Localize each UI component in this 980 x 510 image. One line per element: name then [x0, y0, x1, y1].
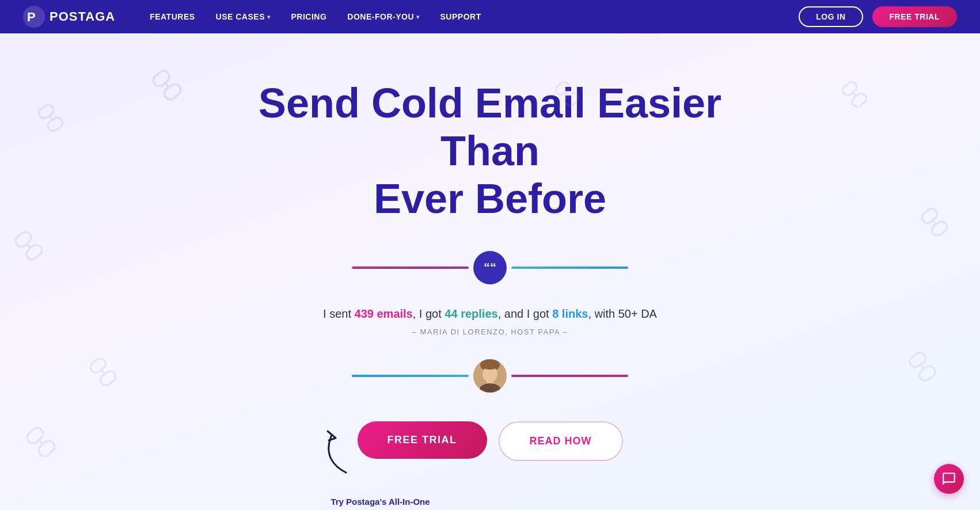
chain-link-decoration: [903, 347, 941, 387]
navigation: P POSTAGA FEATURES USE CASES ▾ PRICING D…: [0, 0, 980, 33]
links-highlight: 8 links: [552, 307, 588, 320]
chain-link-decoration: [9, 226, 48, 266]
chain-link-decoration: [20, 421, 61, 463]
quote-line-right: [511, 267, 628, 269]
svg-line-19: [853, 93, 856, 97]
svg-rect-6: [46, 116, 64, 133]
svg-line-7: [49, 116, 52, 120]
logo[interactable]: P POSTAGA: [23, 6, 115, 28]
svg-rect-26: [907, 351, 928, 370]
testimonial-author: – MARIA DI LORENZO, HOST PAPA –: [412, 328, 568, 336]
chevron-down-icon: ▾: [267, 14, 271, 20]
chain-link-decoration: [33, 100, 68, 137]
svg-line-10: [27, 243, 31, 248]
svg-rect-12: [98, 369, 118, 387]
quote-line-left: [352, 267, 469, 269]
testimonial-text: I sent 439 emails, I got 44 replies, and…: [323, 307, 657, 321]
cta-label: Try Postaga's All-In-One Outreach Platfo…: [329, 496, 432, 510]
svg-rect-27: [917, 364, 937, 383]
replies-highlight: 44 replies: [445, 307, 497, 320]
svg-line-22: [933, 220, 936, 224]
avatar: [473, 359, 507, 393]
nav-features[interactable]: FEATURES: [150, 12, 195, 21]
chain-link-decoration: [916, 203, 953, 242]
svg-rect-20: [920, 207, 940, 225]
nav-support[interactable]: SUPPORT: [440, 12, 481, 21]
svg-line-4: [165, 83, 169, 87]
svg-rect-11: [89, 356, 108, 375]
login-button[interactable]: LOG IN: [799, 6, 863, 27]
chat-bubble-button[interactable]: [934, 464, 964, 494]
chat-icon: [941, 471, 956, 486]
chain-link-decoration: [837, 77, 872, 113]
nav-pricing[interactable]: PRICING: [291, 12, 327, 21]
nav-actions: LOG IN FREE TRIAL: [799, 6, 957, 27]
emails-highlight: 439 emails: [355, 307, 413, 320]
svg-line-25: [565, 92, 568, 96]
free-trial-hero-button[interactable]: FREE TRIAL: [358, 421, 487, 459]
free-trial-nav-button[interactable]: FREE TRIAL: [872, 6, 957, 27]
svg-point-32: [481, 360, 499, 370]
cta-arrow-area: Try Postaga's All-In-One Outreach Platfo…: [312, 427, 358, 478]
svg-line-28: [921, 364, 924, 369]
svg-rect-5: [37, 103, 55, 120]
brand-name: POSTAGA: [50, 9, 115, 24]
nav-use-cases[interactable]: USE CASES ▾: [216, 12, 271, 21]
avatar-line-right: [511, 375, 628, 377]
read-how-button[interactable]: READ HOW: [499, 421, 623, 461]
svg-text:P: P: [27, 10, 36, 24]
hero-section: Send Cold Email Easier Than Ever Before …: [0, 33, 980, 510]
nav-done-for-you[interactable]: DONE-FOR-YOU ▾: [347, 12, 419, 21]
quote-icon: ““: [473, 251, 507, 284]
arrow-icon: [312, 427, 358, 478]
svg-rect-21: [930, 219, 949, 238]
cta-section: Try Postaga's All-In-One Outreach Platfo…: [358, 421, 623, 461]
quote-divider: ““: [352, 251, 628, 284]
svg-line-13: [101, 370, 105, 374]
chain-link-decoration: [85, 352, 121, 391]
avatar-line-left: [352, 375, 469, 377]
svg-line-16: [39, 440, 43, 444]
avatar-divider: [352, 359, 628, 393]
chain-link-decoration: [147, 64, 187, 106]
hero-title: Send Cold Email Easier Than Ever Before: [231, 79, 749, 222]
postaga-logo-icon: P: [23, 6, 45, 28]
avatar-image: [473, 359, 507, 393]
chevron-down-icon: ▾: [416, 14, 420, 20]
nav-links: FEATURES USE CASES ▾ PRICING DONE-FOR-YO…: [150, 12, 799, 21]
